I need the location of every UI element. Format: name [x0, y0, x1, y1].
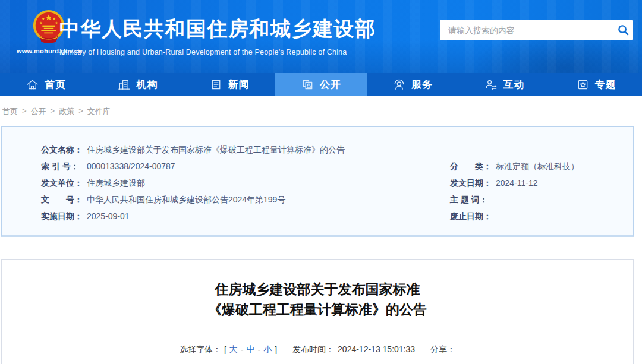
breadcrumb-separator: > — [22, 106, 27, 115]
breadcrumb-document-library[interactable]: 文件库 — [87, 106, 111, 117]
disclosure-icon — [301, 78, 314, 91]
doc-name-value: 住房城乡建设部关于发布国家标准《爆破工程工程量计算标准》的公告 — [87, 145, 345, 154]
breadcrumb-separator: > — [78, 106, 83, 115]
repeal-date-row: 废止日期： — [450, 208, 633, 224]
search-box — [440, 20, 633, 40]
issue-date-row: 发文日期： 2024-11-12 — [450, 175, 633, 191]
article-title-line2: 《爆破工程工程量计算标准》的公告 — [2, 299, 633, 319]
article-title-line1: 住房城乡建设部关于发布国家标准 — [2, 279, 633, 299]
issue-date-value: 2024-11-12 — [496, 178, 538, 188]
dash: - — [258, 345, 261, 354]
article-meta-row: 选择字体： [ 大 - 中 - 小 ] 发布时间： 2024-12-13 15:… — [2, 344, 633, 355]
news-icon — [209, 78, 223, 91]
organization-icon — [117, 78, 131, 91]
document-number-value: 中华人民共和国住房和城乡建设部公告2024年第199号 — [87, 195, 286, 204]
share-label: 分享： — [430, 344, 455, 355]
breadcrumb-policy[interactable]: 政策 — [59, 106, 74, 117]
nav-item-home[interactable]: 首页 — [0, 73, 92, 96]
site-title-block: 中华人民共和国住房和城乡建设部 Ministry of Housing and … — [59, 15, 376, 56]
breadcrumb-home[interactable]: 首页 — [2, 106, 18, 117]
issuing-unit-label: 发文单位： — [41, 175, 84, 191]
nav-label: 专题 — [595, 78, 616, 91]
index-number-label: 索 引 号： — [41, 158, 84, 175]
subject-words-row: 主 题 词： — [450, 191, 633, 208]
category-row: 分 类： 标准定额（标准科技） — [450, 158, 633, 175]
publish-time-group: 发布时间： 2024-12-13 15:01:33 — [292, 344, 415, 355]
site-title: 中华人民共和国住房和城乡建设部 — [59, 15, 376, 43]
repeal-date-label: 废止日期： — [450, 208, 493, 224]
home-icon — [26, 78, 39, 91]
interaction-icon — [484, 78, 498, 91]
font-size-label: 选择字体： — [180, 344, 221, 355]
main-nav: 首页 机构 新闻 公开 服务 互动 专题 — [0, 73, 642, 96]
index-number-value: 000013338/2024-00787 — [87, 162, 175, 171]
nav-item-organization[interactable]: 机构 — [92, 73, 183, 96]
doc-name-row: 公文名称： 住房城乡建设部关于发布国家标准《爆破工程工程量计算标准》的公告 — [41, 141, 633, 158]
font-size-medium-link[interactable]: 中 — [247, 344, 255, 355]
nav-label: 首页 — [45, 78, 66, 91]
font-size-large-link[interactable]: 大 — [229, 344, 238, 355]
implementation-date-row: 实施日期： 2025-09-01 — [41, 208, 450, 224]
category-label: 分 类： — [450, 158, 493, 175]
nav-label: 机构 — [136, 78, 158, 91]
doc-name-label: 公文名称： — [41, 141, 84, 158]
nav-item-topics[interactable]: 专题 — [550, 73, 642, 96]
issue-date-label: 发文日期： — [450, 175, 493, 191]
search-input[interactable] — [440, 26, 613, 35]
index-number-row: 索 引 号： 000013338/2024-00787 — [41, 158, 450, 175]
nav-item-services[interactable]: 服务 — [367, 73, 458, 96]
issuing-unit-row: 发文单位： 住房城乡建设部 — [41, 175, 450, 191]
implementation-date-value: 2025-09-01 — [87, 211, 130, 221]
font-size-selector: 选择字体： [ 大 - 中 - 小 ] — [180, 344, 277, 355]
document-number-row: 文 号： 中华人民共和国住房和城乡建设部公告2024年第199号 — [41, 191, 450, 208]
category-value: 标准定额（标准科技） — [496, 162, 579, 171]
nav-label: 新闻 — [228, 78, 250, 91]
article-panel: 住房城乡建设部关于发布国家标准 《爆破工程工程量计算标准》的公告 选择字体： [… — [1, 259, 634, 364]
font-size-small-link[interactable]: 小 — [263, 344, 272, 355]
topics-icon — [576, 78, 590, 91]
nav-item-news[interactable]: 新闻 — [184, 73, 275, 96]
subject-words-label: 主 题 词： — [450, 191, 493, 208]
search-icon — [617, 24, 630, 36]
issuing-unit-value: 住房城乡建设部 — [87, 178, 145, 188]
implementation-date-label: 实施日期： — [41, 208, 84, 224]
nav-item-disclosure[interactable]: 公开 — [275, 73, 367, 96]
search-button[interactable] — [613, 20, 633, 40]
nav-label: 互动 — [503, 78, 525, 91]
publish-time-label: 发布时间： — [292, 344, 334, 355]
nav-label: 公开 — [320, 78, 341, 91]
breadcrumb-disclosure[interactable]: 公开 — [31, 106, 46, 117]
dash: - — [241, 345, 244, 354]
article-title: 住房城乡建设部关于发布国家标准 《爆破工程工程量计算标准》的公告 — [2, 279, 633, 319]
site-subtitle: Ministry of Housing and Urban-Rural Deve… — [59, 48, 376, 56]
nav-item-interaction[interactable]: 互动 — [458, 73, 550, 96]
breadcrumb: 首页 > 公开 > 政策 > 文件库 — [0, 96, 642, 126]
document-info-panel: 公文名称： 住房城乡建设部关于发布国家标准《爆破工程工程量计算标准》的公告 索 … — [1, 126, 634, 237]
document-number-label: 文 号： — [41, 191, 84, 208]
bracket-close: ] — [275, 345, 277, 354]
nav-label: 服务 — [411, 78, 433, 91]
service-icon — [392, 78, 406, 91]
site-banner: www.mohurd.gov.cn 中华人民共和国住房和城乡建设部 Minist… — [0, 0, 642, 73]
bracket-open: [ — [224, 345, 226, 354]
breadcrumb-separator: > — [51, 106, 55, 115]
publish-time-value: 2024-12-13 15:01:33 — [338, 344, 415, 355]
